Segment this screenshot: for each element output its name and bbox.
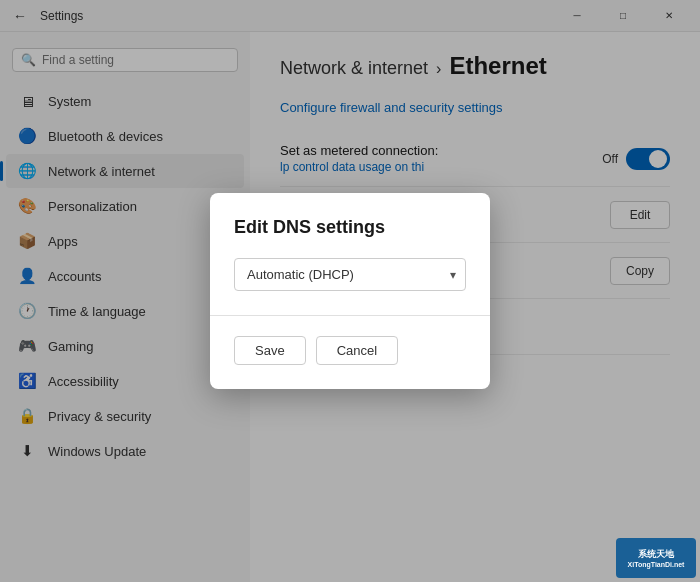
cancel-button[interactable]: Cancel	[316, 336, 398, 365]
dialog-title: Edit DNS settings	[234, 217, 466, 238]
dns-type-dropdown-wrapper: Automatic (DHCP) Manual ▾	[234, 258, 466, 291]
watermark: 系统天地 XiTongTianDi.net	[616, 538, 696, 578]
dialog-buttons: Save Cancel	[234, 336, 466, 365]
modal-overlay: Edit DNS settings Automatic (DHCP) Manua…	[0, 0, 700, 582]
watermark-line1: 系统天地	[638, 548, 674, 561]
dialog-divider	[210, 315, 490, 316]
save-button[interactable]: Save	[234, 336, 306, 365]
dns-type-dropdown[interactable]: Automatic (DHCP) Manual	[234, 258, 466, 291]
watermark-line2: XiTongTianDi.net	[628, 561, 685, 568]
edit-dns-dialog: Edit DNS settings Automatic (DHCP) Manua…	[210, 193, 490, 389]
